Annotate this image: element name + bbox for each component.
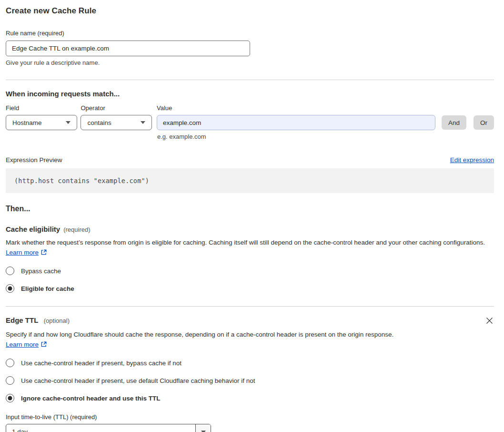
close-icon xyxy=(486,319,493,326)
expression-preview-label: Expression Preview xyxy=(6,156,62,164)
chevron-down-icon xyxy=(201,431,206,432)
value-input[interactable]: example.com xyxy=(157,115,435,130)
field-label: Field xyxy=(6,104,77,112)
operator-select[interactable]: contains xyxy=(81,115,151,130)
edge-ttl-description-text: Specify if and how long Cloudflare shoul… xyxy=(6,331,393,338)
field-select-value: Hostname xyxy=(12,119,42,126)
or-button[interactable]: Or xyxy=(474,115,494,130)
divider xyxy=(6,306,494,307)
radio-bypass-cache[interactable]: Bypass cache xyxy=(6,267,494,275)
and-button[interactable]: And xyxy=(442,115,466,130)
cache-eligibility-options: Bypass cache Eligible for cache xyxy=(6,267,494,293)
cache-eligibility-description: Mark whether the request’s response from… xyxy=(6,237,494,257)
radio-icon-checked[interactable] xyxy=(6,284,14,293)
value-label: Value xyxy=(157,104,435,112)
operator-column: Operator contains xyxy=(81,104,151,130)
edge-ttl-options: Use cache-control header if present, byp… xyxy=(6,359,494,402)
value-column: Value example.com xyxy=(157,104,435,130)
expression-code-block: (http.host contains "example.com") xyxy=(6,168,494,193)
operator-select-value: contains xyxy=(87,119,111,126)
match-heading: When incoming requests match... xyxy=(6,90,494,98)
external-link-icon xyxy=(40,250,47,257)
rule-name-value: Edge Cache TTL on example.com xyxy=(12,45,109,52)
radio-use-header-default[interactable]: Use cache-control header if present, use… xyxy=(6,376,494,385)
chevron-down-icon xyxy=(141,121,145,124)
radio-label: Eligible for cache xyxy=(21,285,74,292)
radio-eligible-for-cache[interactable]: Eligible for cache xyxy=(6,284,494,293)
then-heading: Then... xyxy=(6,205,494,213)
rule-name-help: Give your rule a descriptive name. xyxy=(6,59,494,66)
cache-eligibility-heading: Cache eligibility xyxy=(6,225,60,233)
learn-more-link[interactable]: Learn more xyxy=(6,249,39,256)
radio-label: Ignore cache-control header and use this… xyxy=(21,395,161,402)
value-input-text: example.com xyxy=(163,119,201,126)
cache-eligibility-description-text: Mark whether the request’s response from… xyxy=(6,239,485,246)
expression-code: (http.host contains "example.com") xyxy=(14,177,149,185)
divider xyxy=(6,80,494,80)
page-title: Create new Cache Rule xyxy=(6,6,494,16)
optional-note: (optional) xyxy=(44,317,70,324)
edge-ttl-title-group: Edge TTL (optional) xyxy=(6,316,70,325)
external-link-icon xyxy=(40,342,47,349)
required-note: (required) xyxy=(63,226,90,233)
value-help: e.g. example.com xyxy=(157,133,494,140)
ttl-input-label: Input time-to-live (TTL) (required) xyxy=(6,413,494,421)
rule-name-section: Rule name (required) Edge Cache TTL on e… xyxy=(6,29,494,66)
edge-ttl-heading: Edge TTL xyxy=(6,316,38,324)
create-cache-rule-page: Create new Cache Rule Rule name (require… xyxy=(0,0,504,432)
ttl-value-text: 1 day xyxy=(12,428,28,432)
edit-expression-link[interactable]: Edit expression xyxy=(450,156,494,164)
chevron-down-icon xyxy=(66,121,71,124)
operator-label: Operator xyxy=(81,104,151,112)
radio-label: Bypass cache xyxy=(21,267,61,275)
radio-icon[interactable] xyxy=(6,359,14,367)
ttl-value-input[interactable]: 1 day xyxy=(6,424,195,432)
learn-more-link[interactable]: Learn more xyxy=(6,341,39,348)
match-condition-row: Field Hostname Operator contains Value e… xyxy=(6,104,494,130)
radio-icon-checked[interactable] xyxy=(6,394,14,402)
expression-preview-row: Expression Preview Edit expression xyxy=(6,156,494,164)
field-column: Field Hostname xyxy=(6,104,77,130)
rule-name-input[interactable]: Edge Cache TTL on example.com xyxy=(6,41,250,56)
edge-ttl-description: Specify if and how long Cloudflare shoul… xyxy=(6,329,403,350)
edge-ttl-header: Edge TTL (optional) xyxy=(6,316,494,325)
ttl-dropdown-button[interactable] xyxy=(195,424,211,432)
cache-eligibility-header: Cache eligibility (required) xyxy=(6,225,494,233)
radio-ignore-header-use-ttl[interactable]: Ignore cache-control header and use this… xyxy=(6,394,494,402)
rule-name-label: Rule name (required) xyxy=(6,30,64,37)
radio-icon[interactable] xyxy=(6,376,14,385)
radio-use-header-bypass[interactable]: Use cache-control header if present, byp… xyxy=(6,359,494,367)
radio-icon[interactable] xyxy=(6,267,14,275)
radio-label: Use cache-control header if present, use… xyxy=(21,377,255,384)
radio-label: Use cache-control header if present, byp… xyxy=(21,360,181,367)
ttl-combo-box[interactable]: 1 day xyxy=(6,424,211,432)
field-select[interactable]: Hostname xyxy=(6,115,77,130)
close-button[interactable] xyxy=(485,316,494,325)
